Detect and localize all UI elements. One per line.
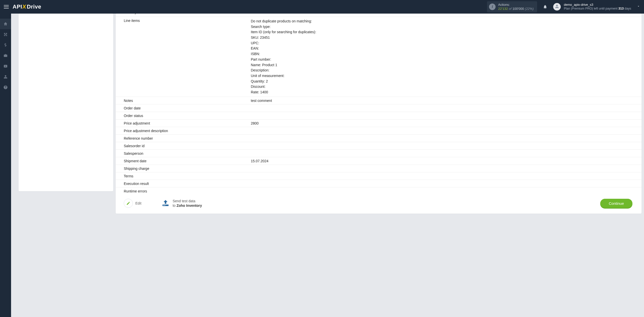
pencil-icon (126, 201, 130, 205)
left-sidebar (0, 14, 11, 317)
user-menu-chevron[interactable] (637, 5, 640, 9)
table-row: Order date (116, 104, 641, 112)
upload-icon (162, 200, 170, 207)
logo-text-api: API (13, 4, 22, 10)
row-value (251, 166, 638, 167)
row-value: Do not duplicate products on matching:Se… (251, 18, 638, 95)
edit-label: Edit (135, 201, 141, 205)
briefcase-icon (3, 53, 8, 58)
edit-icon-wrap (124, 199, 133, 208)
row-value: test comment (251, 98, 638, 103)
sidebar-item-account[interactable] (0, 71, 11, 82)
edit-button[interactable]: Edit (124, 199, 141, 208)
actions-text: Actions: 22'132 of 100'000 (22%) (498, 3, 534, 11)
line-item-line: Search type: (251, 24, 638, 30)
sidebar-item-help[interactable] (0, 82, 11, 93)
table-row: Salesorder id (116, 142, 641, 150)
table-row: Salesperson (116, 150, 641, 157)
notifications-button[interactable] (542, 5, 549, 9)
actions-bar: Edit Send test data to Zoho Inventory Co… (116, 195, 641, 211)
logo-text-x: X (22, 4, 27, 10)
actions-label: Actions: (498, 3, 534, 7)
row-label: Salesperson (124, 151, 251, 155)
line-item-line: Discount: (251, 84, 638, 90)
row-value (251, 174, 638, 174)
row-value (251, 113, 638, 114)
data-table: Delivery methodLine itemsDo not duplicat… (116, 14, 641, 195)
connections-icon (3, 32, 8, 37)
actions-counter[interactable]: i Actions: 22'132 of 100'000 (22%) (487, 1, 537, 13)
menu-toggle[interactable] (3, 3, 10, 11)
page-content: Delivery methodLine itemsDo not duplicat… (11, 14, 644, 317)
row-value (251, 189, 638, 189)
sidebar-item-video[interactable] (0, 61, 11, 71)
row-label: Salesorder id (124, 144, 251, 148)
logo-text-drive: Drive (27, 4, 41, 10)
table-row: Shipping charge (116, 165, 641, 172)
line-item-line: EAN: (251, 46, 638, 51)
row-label: Execution result (124, 181, 251, 186)
top-header: API X Drive i Actions: 22'132 of 100'000… (0, 0, 644, 14)
table-row: Runtime errors (116, 187, 641, 195)
avatar (553, 3, 561, 11)
line-item-line: Description: (251, 68, 638, 73)
table-row: Reference number (116, 135, 641, 142)
user-menu[interactable]: demo_apix-drive_s3 Plan |Premium PRO| le… (553, 3, 640, 11)
youtube-icon (3, 64, 8, 68)
actions-total: 100'000 (512, 7, 524, 11)
svg-rect-2 (165, 205, 165, 206)
send-line2: to Zoho Inventory (173, 203, 202, 208)
row-value (251, 181, 638, 182)
table-row: Notestest comment (116, 97, 641, 104)
actions-count: 22'132 (498, 7, 508, 11)
account-icon (3, 74, 8, 79)
sidebar-item-home[interactable] (0, 19, 11, 29)
table-row: Order status (116, 112, 641, 120)
row-label: Order date (124, 106, 251, 110)
line-item-line: Do not duplicate products on matching: (251, 19, 638, 24)
table-row: Execution result (116, 180, 641, 187)
line-item-line: Unit of measurement: (251, 73, 638, 79)
row-label: Price adjustment (124, 121, 251, 125)
row-value: 15.07.2024 (251, 159, 638, 163)
plan-info: Plan |Premium PRO| left until payment 31… (564, 7, 631, 11)
row-value (251, 136, 638, 136)
chevron-down-icon (637, 5, 640, 8)
line-item-line: Part number: (251, 57, 638, 62)
actions-pct: (22%) (525, 7, 534, 11)
table-row: Price adjustment2800 (116, 120, 641, 127)
sidebar-item-connections[interactable] (0, 29, 11, 40)
table-row: Line itemsDo not duplicate products on m… (116, 17, 641, 97)
logo[interactable]: API X Drive (13, 4, 41, 10)
row-label: Shipping charge (124, 166, 251, 171)
info-icon: i (489, 4, 496, 10)
left-panel (19, 14, 113, 191)
send-line1: Send test data (173, 199, 202, 203)
username: demo_apix-drive_s3 (564, 3, 631, 7)
line-item-line: SKU: 23451 (251, 35, 638, 41)
help-icon (3, 85, 8, 90)
right-panel: Delivery methodLine itemsDo not duplicat… (116, 14, 641, 214)
line-item-line: Quantity: 2 (251, 79, 638, 84)
table-row: Terms (116, 172, 641, 180)
user-icon (554, 4, 559, 9)
line-item-line: UPC: (251, 41, 638, 46)
row-label: Terms (124, 174, 251, 178)
table-row: Delivery method (116, 14, 641, 17)
row-label: Reference number (124, 136, 251, 140)
table-row: Shipment date15.07.2024 (116, 157, 641, 165)
table-row: Price adjustment description (116, 127, 641, 135)
continue-button[interactable]: Continue (600, 199, 632, 208)
row-value (251, 151, 638, 151)
send-test-data-button[interactable]: Send test data to Zoho Inventory (162, 199, 202, 208)
row-label: Notes (124, 98, 251, 103)
row-value (251, 144, 638, 144)
line-item-line: Item ID (only for searching for duplicat… (251, 29, 638, 35)
row-label: Runtime errors (124, 189, 251, 193)
svg-rect-1 (163, 205, 164, 206)
line-item-line: Rate: 1400 (251, 90, 638, 95)
sidebar-item-briefcase[interactable] (0, 50, 11, 61)
line-item-line: ISBN: (251, 51, 638, 57)
sidebar-item-billing[interactable] (0, 40, 11, 50)
row-label: Line items (124, 18, 251, 23)
